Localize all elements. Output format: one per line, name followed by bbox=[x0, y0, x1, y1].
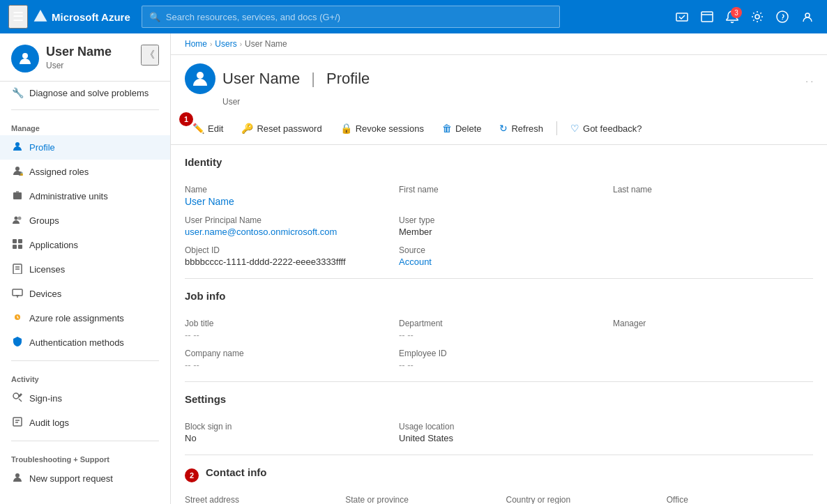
breadcrumb-users[interactable]: Users bbox=[215, 39, 236, 49]
identity-upn-value[interactable]: user.name@contoso.onmicrosoft.com bbox=[185, 227, 385, 237]
notification-badge: 3 bbox=[731, 7, 742, 18]
breadcrumb-home[interactable]: Home bbox=[185, 39, 207, 49]
contact-office-label: Office bbox=[667, 495, 813, 504]
svg-text:🔒: 🔒 bbox=[20, 171, 24, 176]
revoke-sessions-button[interactable]: 🔒 Revoke sessions bbox=[333, 118, 432, 139]
sidebar-item-azure-role-assignments[interactable]: Azure role assignments bbox=[0, 306, 170, 330]
jobinfo-dept-field: Department -- -- bbox=[399, 319, 599, 340]
identity-source-value[interactable]: Account bbox=[399, 257, 599, 267]
sidebar-collapse-button[interactable]: 《 bbox=[141, 45, 159, 66]
settings-fields: Block sign in No Usage location United S… bbox=[185, 422, 813, 443]
sidebar-item-assigned-roles-label: Assigned roles bbox=[29, 167, 89, 177]
identity-name-value[interactable]: User Name bbox=[185, 196, 385, 207]
jobinfo-fields: Job title -- -- Department -- -- Manager… bbox=[185, 319, 813, 370]
svg-point-29 bbox=[197, 72, 204, 79]
identity-name-label: Name bbox=[185, 185, 385, 194]
refresh-button[interactable]: ↻ Refresh bbox=[492, 118, 551, 139]
sidebar-divider-3 bbox=[11, 441, 159, 441]
page-avatar bbox=[185, 63, 215, 94]
breadcrumb-sep-1: › bbox=[210, 40, 212, 48]
sidebar-item-groups[interactable]: Groups bbox=[0, 208, 170, 233]
settings-location-field: Usage location United States bbox=[399, 422, 599, 443]
identity-firstname-field: First name bbox=[399, 185, 599, 207]
cloud-shell-button[interactable] bbox=[671, 6, 693, 28]
breadcrumb-sep-2: › bbox=[240, 40, 242, 48]
reset-password-button[interactable]: 🔑 Reset password bbox=[234, 118, 329, 139]
page-title-row: User Name | Profile . . bbox=[185, 63, 813, 94]
sidebar-item-assigned-roles[interactable]: 🔒 Assigned roles bbox=[0, 160, 170, 184]
sidebar-divider-2 bbox=[11, 360, 159, 361]
divider-3 bbox=[185, 455, 813, 455]
svg-point-3 bbox=[777, 11, 788, 22]
contact-state-label: State or province bbox=[345, 495, 492, 504]
account-button[interactable] bbox=[796, 6, 819, 28]
toolbar-divider bbox=[556, 121, 557, 135]
help-button[interactable] bbox=[771, 6, 794, 28]
contact-fields: Street address -- -- State or province -… bbox=[185, 495, 813, 504]
edit-icon: ✏️ bbox=[192, 123, 204, 134]
identity-objectid-value: bbbbcccc-1111-dddd-2222-eeee3333ffff bbox=[185, 257, 385, 267]
svg-point-4 bbox=[805, 13, 810, 17]
sidebar-item-audit-logs[interactable]: Audit logs bbox=[0, 411, 170, 435]
diagnose-icon: 🔧 bbox=[11, 87, 24, 98]
sidebar-item-devices[interactable]: Devices bbox=[0, 282, 170, 306]
identity-empty-1 bbox=[613, 215, 813, 237]
revoke-sessions-icon: 🔒 bbox=[340, 123, 352, 134]
sidebar-item-applications-label: Applications bbox=[29, 240, 78, 250]
sidebar-item-licenses[interactable]: Licenses bbox=[0, 257, 170, 282]
identity-objectid-field: Object ID bbbbcccc-1111-dddd-2222-eeee33… bbox=[185, 245, 385, 267]
jobinfo-company-field: Company name -- -- bbox=[185, 349, 385, 370]
sidebar-item-new-support[interactable]: New support request bbox=[0, 466, 170, 491]
identity-name-field: Name User Name bbox=[185, 185, 385, 207]
sidebar-item-audit-logs-label: Audit logs bbox=[29, 418, 69, 428]
settings-button[interactable] bbox=[746, 6, 768, 28]
step-badge-2: 2 bbox=[185, 468, 199, 482]
svg-point-6 bbox=[15, 142, 20, 146]
sidebar: User Name User 《 🔧 Diagnose and solve pr… bbox=[0, 33, 171, 504]
hamburger-menu[interactable]: ☰ bbox=[8, 5, 28, 29]
svg-rect-14 bbox=[18, 239, 22, 243]
divider-1 bbox=[185, 278, 813, 279]
svg-rect-10 bbox=[13, 192, 22, 199]
directory-button[interactable] bbox=[696, 6, 718, 28]
sidebar-item-admin-units-label: Administrative units bbox=[29, 191, 108, 201]
identity-objectid-label: Object ID bbox=[185, 245, 385, 255]
assigned-roles-icon: 🔒 bbox=[11, 165, 24, 178]
svg-point-2 bbox=[755, 15, 759, 19]
admin-units-icon bbox=[11, 190, 24, 203]
sidebar-item-sign-ins[interactable]: Sign-ins bbox=[0, 386, 170, 411]
sidebar-item-devices-label: Devices bbox=[29, 289, 61, 299]
sidebar-item-applications[interactable]: Applications bbox=[0, 233, 170, 257]
sign-ins-icon bbox=[11, 392, 24, 405]
identity-usertype-value: Member bbox=[399, 227, 599, 237]
notifications-button[interactable]: 3 bbox=[721, 6, 743, 28]
sidebar-item-sign-ins-label: Sign-ins bbox=[29, 393, 62, 404]
more-options-dots[interactable]: . . bbox=[805, 74, 813, 84]
feedback-button[interactable]: ♡ Got feedback? bbox=[563, 118, 650, 139]
content-body: Identity Name User Name First name Last … bbox=[171, 145, 827, 504]
top-navigation: ☰ Microsoft Azure 🔍 Search resources, se… bbox=[0, 0, 827, 33]
sidebar-user-info: User Name User bbox=[46, 45, 134, 70]
delete-button[interactable]: 🗑 Delete bbox=[434, 118, 490, 139]
identity-usertype-field: User type Member bbox=[399, 215, 599, 237]
settings-blocksign-value: No bbox=[185, 433, 385, 443]
jobinfo-dept-value: -- -- bbox=[399, 330, 599, 340]
jobinfo-section-title: Job info bbox=[185, 290, 813, 307]
sidebar-item-authentication-methods[interactable]: Authentication methods bbox=[0, 330, 170, 355]
azure-roles-icon bbox=[11, 312, 24, 325]
sidebar-user-name: User Name bbox=[46, 45, 134, 59]
jobinfo-empid-label: Employee ID bbox=[399, 349, 599, 358]
sidebar-item-diagnose-label: Diagnose and solve problems bbox=[29, 88, 149, 98]
sidebar-item-diagnose[interactable]: 🔧 Diagnose and solve problems bbox=[0, 82, 170, 104]
svg-point-12 bbox=[18, 217, 22, 220]
jobinfo-title-label: Job title bbox=[185, 319, 385, 328]
sidebar-item-profile[interactable]: Profile bbox=[0, 135, 170, 160]
page-title-pipe: | bbox=[311, 70, 315, 88]
identity-upn-field: User Principal Name user.name@contoso.on… bbox=[185, 215, 385, 237]
new-support-icon bbox=[11, 472, 24, 485]
sidebar-item-admin-units[interactable]: Administrative units bbox=[0, 184, 170, 208]
search-bar[interactable]: 🔍 Search resources, services, and docs (… bbox=[142, 6, 560, 28]
jobinfo-manager-label: Manager bbox=[613, 319, 813, 328]
settings-blocksign-label: Block sign in bbox=[185, 422, 385, 432]
manage-section-label: Manage bbox=[0, 116, 170, 135]
